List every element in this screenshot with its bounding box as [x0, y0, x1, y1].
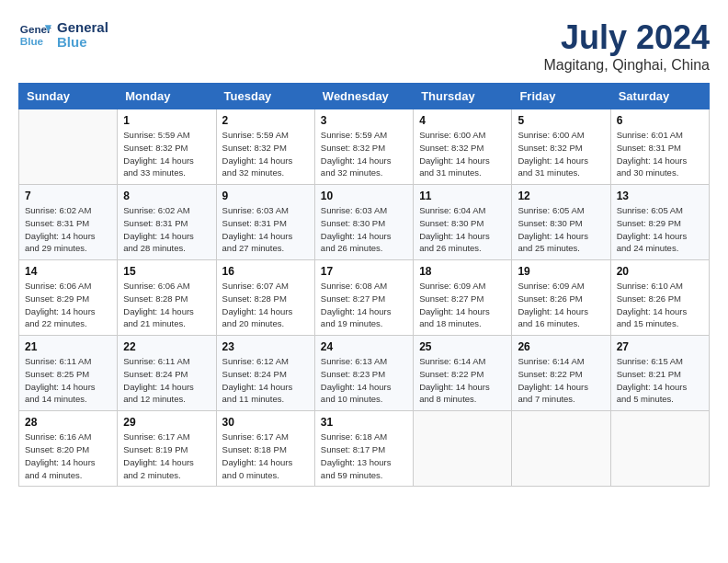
day-number: 24: [321, 340, 407, 353]
day-number: 8: [123, 190, 210, 202]
calendar-cell: 3Sunrise: 5:59 AM Sunset: 8:32 PM Daylig…: [314, 109, 413, 185]
calendar-cell: 27Sunrise: 6:15 AM Sunset: 8:21 PM Dayli…: [610, 336, 709, 411]
svg-text:General: General: [20, 23, 51, 35]
column-header-tuesday: Tuesday: [216, 84, 314, 109]
calendar-cell: 6Sunrise: 6:01 AM Sunset: 8:31 PM Daylig…: [610, 109, 709, 185]
calendar-cell: 30Sunrise: 6:17 AM Sunset: 8:18 PM Dayli…: [216, 411, 314, 487]
calendar-cell: 13Sunrise: 6:05 AM Sunset: 8:29 PM Dayli…: [610, 185, 709, 260]
calendar-cell: [610, 411, 709, 487]
day-number: 28: [25, 416, 111, 429]
day-number: 20: [617, 265, 703, 278]
page-header: General Blue General Blue July 2024 Magi…: [18, 18, 710, 74]
calendar-cell: 11Sunrise: 6:04 AM Sunset: 8:30 PM Dayli…: [414, 185, 512, 260]
calendar-cell: 9Sunrise: 6:03 AM Sunset: 8:31 PM Daylig…: [216, 185, 314, 260]
calendar-cell: 19Sunrise: 6:09 AM Sunset: 8:26 PM Dayli…: [512, 260, 610, 336]
day-number: 26: [518, 340, 604, 353]
day-number: 9: [222, 190, 309, 202]
day-number: 29: [123, 416, 210, 429]
day-info: Sunrise: 6:02 AM Sunset: 8:31 PM Dayligh…: [25, 204, 111, 255]
day-info: Sunrise: 6:15 AM Sunset: 8:21 PM Dayligh…: [617, 355, 703, 406]
calendar-cell: 10Sunrise: 6:03 AM Sunset: 8:30 PM Dayli…: [314, 185, 413, 260]
calendar-cell: 2Sunrise: 5:59 AM Sunset: 8:32 PM Daylig…: [216, 109, 314, 185]
calendar-cell: 14Sunrise: 6:06 AM Sunset: 8:29 PM Dayli…: [19, 260, 118, 336]
day-info: Sunrise: 6:06 AM Sunset: 8:29 PM Dayligh…: [25, 280, 111, 330]
calendar-cell: 16Sunrise: 6:07 AM Sunset: 8:28 PM Dayli…: [216, 260, 314, 336]
day-number: 5: [518, 114, 604, 127]
week-row-1: 1Sunrise: 5:59 AM Sunset: 8:32 PM Daylig…: [19, 109, 710, 185]
day-number: 10: [321, 190, 407, 202]
column-header-friday: Friday: [512, 84, 610, 109]
day-info: Sunrise: 6:17 AM Sunset: 8:19 PM Dayligh…: [123, 431, 210, 481]
calendar-cell: 7Sunrise: 6:02 AM Sunset: 8:31 PM Daylig…: [19, 185, 118, 260]
week-row-3: 14Sunrise: 6:06 AM Sunset: 8:29 PM Dayli…: [19, 260, 710, 336]
column-header-monday: Monday: [118, 84, 216, 109]
day-number: 14: [25, 265, 111, 278]
day-number: 6: [617, 114, 703, 127]
day-number: 25: [419, 340, 506, 353]
calendar-cell: 28Sunrise: 6:16 AM Sunset: 8:20 PM Dayli…: [19, 411, 118, 487]
day-number: 17: [321, 265, 407, 278]
day-info: Sunrise: 6:11 AM Sunset: 8:24 PM Dayligh…: [123, 355, 210, 406]
day-number: 16: [222, 265, 309, 278]
column-header-wednesday: Wednesday: [314, 84, 413, 109]
day-info: Sunrise: 6:14 AM Sunset: 8:22 PM Dayligh…: [419, 355, 506, 406]
day-info: Sunrise: 6:14 AM Sunset: 8:22 PM Dayligh…: [518, 355, 604, 406]
calendar-cell: [512, 411, 610, 487]
day-number: 19: [518, 265, 604, 278]
day-info: Sunrise: 6:03 AM Sunset: 8:30 PM Dayligh…: [321, 204, 407, 255]
day-info: Sunrise: 6:00 AM Sunset: 8:32 PM Dayligh…: [518, 129, 604, 179]
logo-icon: General Blue: [18, 18, 51, 52]
calendar-cell: 21Sunrise: 6:11 AM Sunset: 8:25 PM Dayli…: [19, 336, 118, 411]
logo-text-general: General: [57, 20, 108, 36]
day-info: Sunrise: 6:13 AM Sunset: 8:23 PM Dayligh…: [321, 355, 407, 406]
day-info: Sunrise: 6:17 AM Sunset: 8:18 PM Dayligh…: [222, 431, 309, 481]
day-info: Sunrise: 6:00 AM Sunset: 8:32 PM Dayligh…: [419, 129, 506, 179]
day-info: Sunrise: 6:16 AM Sunset: 8:20 PM Dayligh…: [25, 431, 111, 481]
calendar-cell: 29Sunrise: 6:17 AM Sunset: 8:19 PM Dayli…: [118, 411, 216, 487]
calendar-table: SundayMondayTuesdayWednesdayThursdayFrid…: [18, 83, 710, 487]
day-number: 11: [419, 190, 506, 202]
week-row-4: 21Sunrise: 6:11 AM Sunset: 8:25 PM Dayli…: [19, 336, 710, 411]
calendar-cell: [19, 109, 118, 185]
day-info: Sunrise: 6:12 AM Sunset: 8:24 PM Dayligh…: [222, 355, 309, 406]
column-header-saturday: Saturday: [610, 84, 709, 109]
day-info: Sunrise: 6:04 AM Sunset: 8:30 PM Dayligh…: [419, 204, 506, 255]
subtitle: Magitang, Qinghai, China: [543, 57, 710, 74]
title-block: July 2024 Magitang, Qinghai, China: [543, 18, 710, 74]
calendar-cell: 8Sunrise: 6:02 AM Sunset: 8:31 PM Daylig…: [118, 185, 216, 260]
week-row-2: 7Sunrise: 6:02 AM Sunset: 8:31 PM Daylig…: [19, 185, 710, 260]
day-info: Sunrise: 5:59 AM Sunset: 8:32 PM Dayligh…: [123, 129, 210, 179]
main-title: July 2024: [543, 18, 710, 57]
calendar-cell: 31Sunrise: 6:18 AM Sunset: 8:17 PM Dayli…: [314, 411, 413, 487]
day-number: 7: [25, 190, 111, 202]
calendar-cell: 15Sunrise: 6:06 AM Sunset: 8:28 PM Dayli…: [118, 260, 216, 336]
day-number: 18: [419, 265, 506, 278]
day-info: Sunrise: 6:07 AM Sunset: 8:28 PM Dayligh…: [222, 280, 309, 330]
calendar-cell: 26Sunrise: 6:14 AM Sunset: 8:22 PM Dayli…: [512, 336, 610, 411]
calendar-cell: 22Sunrise: 6:11 AM Sunset: 8:24 PM Dayli…: [118, 336, 216, 411]
week-row-5: 28Sunrise: 6:16 AM Sunset: 8:20 PM Dayli…: [19, 411, 710, 487]
calendar-cell: 24Sunrise: 6:13 AM Sunset: 8:23 PM Dayli…: [314, 336, 413, 411]
day-number: 15: [123, 265, 210, 278]
day-info: Sunrise: 6:08 AM Sunset: 8:27 PM Dayligh…: [321, 280, 407, 330]
day-info: Sunrise: 6:09 AM Sunset: 8:26 PM Dayligh…: [518, 280, 604, 330]
day-info: Sunrise: 6:02 AM Sunset: 8:31 PM Dayligh…: [123, 204, 210, 255]
calendar-header-row: SundayMondayTuesdayWednesdayThursdayFrid…: [19, 84, 710, 109]
day-number: 30: [222, 416, 309, 429]
day-info: Sunrise: 6:09 AM Sunset: 8:27 PM Dayligh…: [419, 280, 506, 330]
day-number: 23: [222, 340, 309, 353]
day-info: Sunrise: 6:11 AM Sunset: 8:25 PM Dayligh…: [25, 355, 111, 406]
day-info: Sunrise: 5:59 AM Sunset: 8:32 PM Dayligh…: [321, 129, 407, 179]
day-number: 12: [518, 190, 604, 202]
day-number: 13: [617, 190, 703, 202]
day-number: 1: [123, 114, 210, 127]
day-number: 27: [617, 340, 703, 353]
calendar-cell: 12Sunrise: 6:05 AM Sunset: 8:30 PM Dayli…: [512, 185, 610, 260]
day-number: 4: [419, 114, 506, 127]
column-header-thursday: Thursday: [414, 84, 512, 109]
calendar-cell: 1Sunrise: 5:59 AM Sunset: 8:32 PM Daylig…: [118, 109, 216, 185]
day-info: Sunrise: 6:05 AM Sunset: 8:30 PM Dayligh…: [518, 204, 604, 255]
logo: General Blue General Blue: [18, 18, 108, 52]
svg-text:Blue: Blue: [20, 35, 44, 47]
day-info: Sunrise: 6:06 AM Sunset: 8:28 PM Dayligh…: [123, 280, 210, 330]
